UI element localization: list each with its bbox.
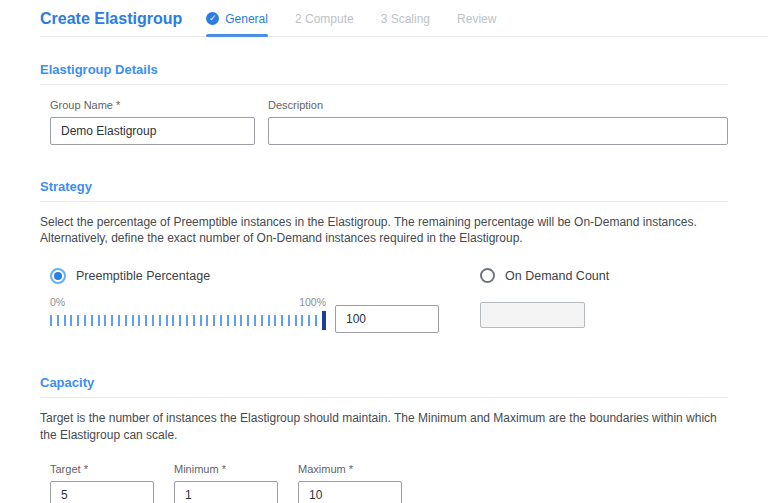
wizard-tabs: ✓ General 2 Compute 3 Scaling Review [206,0,496,37]
slider-tick [159,315,161,326]
slider-tick [145,315,147,326]
on-demand-option-block: On Demand Count [480,268,609,333]
maximum-label: Maximum * [298,463,402,475]
minimum-label: Minimum * [174,463,278,475]
slider-tick [220,315,222,326]
wizard-header: Create Elastigroup ✓ General 2 Compute 3… [0,0,768,37]
preemptible-option-block: Preemptible Percentage 0% 100% [50,268,445,333]
slider-tick [172,315,174,326]
slider-tick [247,315,249,326]
group-name-input[interactable] [50,117,255,145]
slider-tick [77,315,79,326]
slider-tick [186,315,188,326]
capacity-section-heading: Capacity [40,375,728,398]
maximum-field: Maximum * [298,463,402,503]
slider-tick [301,315,303,326]
slider-max-label: 100% [299,296,326,308]
preemptible-percentage-input[interactable] [335,305,439,333]
preemptible-percentage-slider: 0% 100% [50,296,326,330]
slider-tick [234,315,236,326]
group-name-label: Group Name * [50,99,255,111]
target-field: Target * [50,463,154,503]
tab-general[interactable]: ✓ General [206,0,268,37]
radio-preemptible-label: Preemptible Percentage [76,269,210,283]
slider-tick [193,315,195,326]
slider-tick [118,315,120,326]
section-elastigroup-details: Elastigroup Details Group Name * Descrip… [40,62,728,145]
slider-tick [308,315,310,326]
tab-general-label: General [225,12,268,26]
slider-tick [274,315,276,326]
slider-tick [179,315,181,326]
slider-tick [132,315,134,326]
slider-tick [254,315,256,326]
description-field: Description [268,99,728,145]
section-strategy: Strategy Select the percentage of Preemp… [40,179,728,333]
strategy-description: Select the percentage of Preemptible ins… [40,214,728,246]
tab-review-label: Review [457,12,496,26]
slider-tick [84,315,86,326]
slider-tick [138,315,140,326]
capacity-description: Target is the number of instances the El… [40,410,728,442]
details-section-heading: Elastigroup Details [40,62,728,85]
slider-tick [98,315,100,326]
tab-scaling-label: 3 Scaling [381,12,430,26]
slider-tick [315,315,317,326]
on-demand-count-input [480,302,585,328]
radio-on-demand-count[interactable]: On Demand Count [480,268,609,283]
strategy-section-heading: Strategy [40,179,728,202]
slider-tick [281,315,283,326]
section-capacity: Capacity Target is the number of instanc… [40,375,728,503]
slider-tick [227,315,229,326]
page-title: Create Elastigroup [40,10,182,28]
radio-selected-icon [50,268,66,284]
check-icon: ✓ [206,12,219,25]
tab-compute[interactable]: 2 Compute [295,0,354,37]
slider-tick [111,315,113,326]
slider-min-label: 0% [50,296,65,308]
group-name-field: Group Name * [50,99,255,145]
description-label: Description [268,99,728,111]
slider-tick [261,315,263,326]
slider-tick [64,315,66,326]
slider-tick [166,315,168,326]
slider-ticks[interactable] [50,311,326,330]
tab-compute-label: 2 Compute [295,12,354,26]
radio-on-demand-label: On Demand Count [505,269,609,283]
slider-tick [70,315,72,326]
minimum-input[interactable] [174,481,278,503]
slider-handle[interactable] [322,311,326,330]
description-input[interactable] [268,117,728,145]
slider-tick [268,315,270,326]
target-input[interactable] [50,481,154,503]
maximum-input[interactable] [298,481,402,503]
radio-unselected-icon [480,268,495,283]
slider-tick [152,315,154,326]
tab-scaling[interactable]: 3 Scaling [381,0,430,37]
minimum-field: Minimum * [174,463,278,503]
slider-tick [295,315,297,326]
slider-tick [91,315,93,326]
tab-review[interactable]: Review [457,0,496,37]
slider-tick [288,315,290,326]
slider-tick [240,315,242,326]
target-label: Target * [50,463,154,475]
slider-tick [200,315,202,326]
slider-tick [125,315,127,326]
slider-tick [104,315,106,326]
slider-tick [206,315,208,326]
slider-tick [213,315,215,326]
radio-preemptible-percentage[interactable]: Preemptible Percentage [50,268,445,284]
slider-tick [57,315,59,326]
slider-tick [50,315,52,326]
